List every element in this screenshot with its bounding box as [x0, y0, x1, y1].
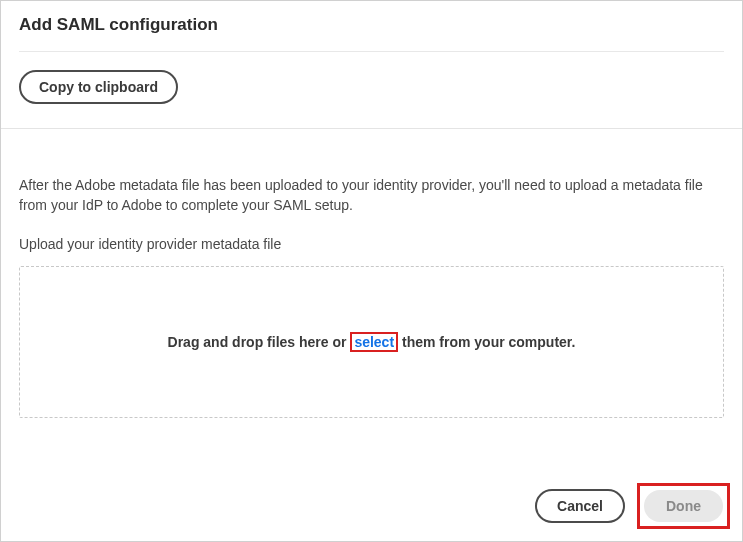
toolbar: Copy to clipboard	[1, 52, 742, 128]
dialog-footer: Cancel Done	[1, 467, 742, 541]
description-text: After the Adobe metadata file has been u…	[19, 175, 724, 216]
dialog-title: Add SAML configuration	[19, 15, 724, 35]
saml-config-dialog: Add SAML configuration Copy to clipboard…	[1, 1, 742, 541]
dropzone-prefix: Drag and drop files here or	[168, 334, 351, 350]
dropzone-suffix: them from your computer.	[398, 334, 575, 350]
copy-to-clipboard-button[interactable]: Copy to clipboard	[19, 70, 178, 104]
select-file-link[interactable]: select	[350, 332, 398, 352]
upload-label: Upload your identity provider metadata f…	[19, 236, 724, 252]
done-button-highlight: Done	[637, 483, 730, 529]
dialog-header: Add SAML configuration	[1, 1, 742, 51]
file-dropzone[interactable]: Drag and drop files here or select them …	[19, 266, 724, 418]
dropzone-text: Drag and drop files here or select them …	[168, 332, 576, 352]
content-area: After the Adobe metadata file has been u…	[1, 129, 742, 467]
done-button[interactable]: Done	[644, 490, 723, 522]
cancel-button[interactable]: Cancel	[535, 489, 625, 523]
